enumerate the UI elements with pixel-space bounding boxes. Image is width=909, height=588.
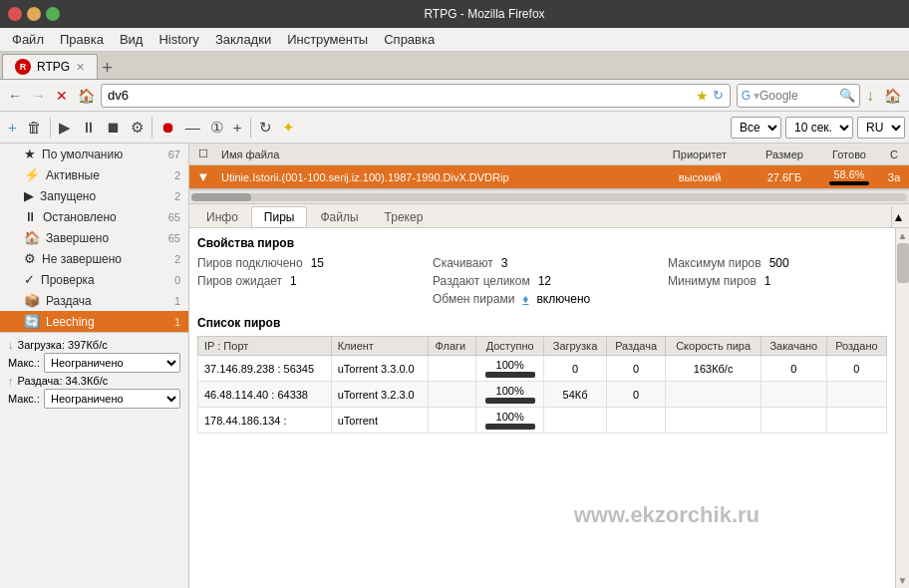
- tab-tracker[interactable]: Трекер: [372, 206, 437, 227]
- filter-select[interactable]: Все: [731, 117, 781, 139]
- row-size: 27.6ГБ: [750, 171, 819, 183]
- sidebar-count-leech: 1: [174, 316, 180, 328]
- download-max-select[interactable]: Неограничено: [44, 353, 180, 373]
- sidebar-item-seed[interactable]: 📦Раздача1: [0, 290, 188, 311]
- stop-button[interactable]: ⏹: [102, 117, 125, 138]
- star-button[interactable]: ✦: [278, 117, 299, 139]
- row-check[interactable]: ▼: [189, 169, 217, 184]
- peer-flags: [429, 382, 475, 408]
- upload-max-select[interactable]: Неограничено: [44, 389, 180, 409]
- reload-button[interactable]: ✕: [52, 86, 72, 106]
- peer-speed: [666, 408, 760, 434]
- separator-1: [50, 118, 51, 138]
- separator-3: [250, 118, 251, 138]
- prop-exchange-value: включено: [536, 292, 590, 306]
- menu-history[interactable]: History: [151, 30, 206, 49]
- home-button[interactable]: 🏠: [74, 86, 99, 106]
- sidebar-icon-default: ★: [24, 147, 36, 161]
- tab-label: RTPG: [37, 60, 70, 74]
- sidebar-item-done[interactable]: 🏠Завершено65: [0, 227, 188, 248]
- forward-button[interactable]: →: [28, 86, 50, 106]
- scrollbar-track[interactable]: [191, 193, 907, 201]
- props-grid: Пиров подключено 15 Скачивают 3 Максимум…: [197, 256, 887, 306]
- sidebar-label-default: По умолчанию: [42, 147, 168, 161]
- search-button[interactable]: 🔍: [839, 88, 855, 103]
- sidebar-count-seed: 1: [174, 295, 180, 307]
- peer-upload: [606, 408, 666, 434]
- sidebar-item-check[interactable]: ✓Проверка0: [0, 269, 188, 290]
- toolbar-right: Все 10 сек. RU: [731, 117, 905, 139]
- menu-edit[interactable]: Правка: [52, 30, 112, 49]
- scroll-up-arrow[interactable]: ▲: [896, 228, 909, 241]
- col-avail: Доступно: [475, 337, 543, 356]
- delete-button[interactable]: 🗑: [23, 117, 46, 138]
- sidebar-icon-leech: 🔄: [24, 314, 40, 329]
- plus-button[interactable]: +: [229, 117, 246, 138]
- prop-waiting-value: 1: [290, 274, 297, 288]
- search-bar[interactable]: G ▾ 🔍: [737, 84, 860, 108]
- pause-button[interactable]: ⏸: [77, 117, 100, 138]
- time-select[interactable]: 10 сек.: [785, 117, 853, 139]
- menu-tools[interactable]: Инструменты: [279, 30, 376, 49]
- lang-select[interactable]: RU: [857, 117, 905, 139]
- menu-view[interactable]: Вид: [112, 30, 152, 49]
- tab-files[interactable]: Файлы: [307, 206, 371, 227]
- scroll-down-arrow[interactable]: ▼: [896, 575, 909, 588]
- settings-button[interactable]: ⚙: [127, 117, 148, 139]
- sidebar-item-active[interactable]: ⚡Активные2: [0, 164, 188, 185]
- sidebar-label-stopped: Остановлено: [43, 210, 168, 224]
- sidebar-item-incomplete[interactable]: ⚙Не завершено2: [0, 248, 188, 269]
- prop-downloading: Скачивают 3: [433, 256, 652, 270]
- sidebar-item-leech[interactable]: 🔄Leeching1: [0, 311, 188, 332]
- sidebar-item-stopped[interactable]: ⏸Остановлено65: [0, 206, 188, 227]
- upload-speed-row: ↑ Раздача: 34.3Кб/с: [8, 375, 180, 387]
- close-button[interactable]: [8, 7, 22, 21]
- search-input[interactable]: [759, 89, 839, 103]
- one-button[interactable]: ①: [206, 117, 227, 139]
- tab-peers[interactable]: Пиры: [251, 206, 308, 227]
- menu-help[interactable]: Справка: [376, 30, 443, 49]
- table-row[interactable]: ▼ Utinie.Istorii.(001-100.serij.iz.100).…: [189, 165, 909, 189]
- main-area: ★По умолчанию67⚡Активные2▶Запущено2⏸Оста…: [0, 144, 909, 588]
- back-button[interactable]: ←: [4, 86, 26, 106]
- record-button[interactable]: ⏺: [156, 117, 179, 138]
- window-controls[interactable]: [8, 7, 60, 21]
- home-icon[interactable]: 🏠: [880, 86, 905, 106]
- minus-button[interactable]: —: [181, 117, 204, 138]
- maximize-button[interactable]: [46, 7, 60, 21]
- peer-flags: [429, 408, 475, 434]
- address-input[interactable]: [108, 88, 692, 103]
- row-status: За: [879, 171, 909, 183]
- start-button[interactable]: ▶: [55, 117, 75, 139]
- peer-avail: 100%: [475, 356, 543, 382]
- download-icon[interactable]: ↓: [862, 85, 878, 107]
- upload-max-row: Макс.: Неограничено: [8, 389, 180, 409]
- peer-flags: [429, 356, 475, 382]
- bookmark-star-icon[interactable]: ★: [696, 88, 709, 104]
- tab-rtpg[interactable]: R RTPG ✕: [2, 54, 98, 79]
- peer-download: 54Кб: [544, 382, 606, 408]
- titlebar: RTPG - Mozilla Firefox: [0, 0, 909, 28]
- tab-info[interactable]: Инфо: [193, 206, 251, 227]
- horizontal-scrollbar[interactable]: [189, 189, 909, 203]
- tab-close-icon[interactable]: ✕: [76, 61, 85, 74]
- add-button[interactable]: +: [4, 117, 21, 138]
- right-scrollbar[interactable]: ▲ ▼: [895, 228, 909, 588]
- address-bar[interactable]: ★ ↻: [101, 84, 731, 108]
- peer-download: [544, 408, 606, 434]
- sidebar-item-default[interactable]: ★По умолчанию67: [0, 144, 188, 164]
- prop-connected-value: 15: [311, 256, 324, 270]
- col-downloaded: Закачано: [760, 337, 826, 356]
- minimize-button[interactable]: [27, 7, 41, 21]
- new-tab-button[interactable]: +: [98, 58, 117, 79]
- prop-exchange-icon[interactable]: ♦: [522, 292, 528, 306]
- scrollbar-v-thumb[interactable]: [897, 243, 909, 283]
- scrollbar-thumb[interactable]: [191, 193, 251, 201]
- menu-bookmarks[interactable]: Закладки: [207, 30, 279, 49]
- refresh-icon[interactable]: ↻: [713, 88, 724, 103]
- panel-scroll-up[interactable]: ▲: [891, 206, 905, 227]
- menu-file[interactable]: Файл: [4, 30, 52, 49]
- sidebar-bottom: ↓ Загрузка: 397Кб/с Макс.: Неограничено …: [0, 332, 188, 417]
- refresh-button[interactable]: ↻: [255, 117, 276, 139]
- sidebar-item-running[interactable]: ▶Запущено2: [0, 185, 188, 206]
